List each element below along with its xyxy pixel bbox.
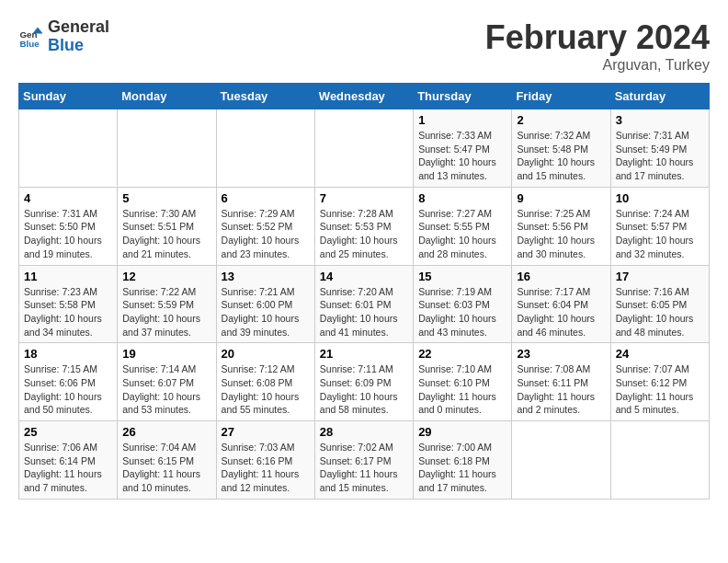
day-number: 21: [320, 347, 408, 361]
day-info: Sunrise: 7:28 AM Sunset: 5:53 PM Dayligh…: [320, 207, 408, 261]
calendar-cell: [118, 109, 216, 188]
header-thursday: Thursday: [414, 84, 512, 109]
day-number: 24: [616, 347, 704, 361]
day-info: Sunrise: 7:07 AM Sunset: 6:12 PM Dayligh…: [616, 362, 704, 417]
week-row-0: 1Sunrise: 7:33 AM Sunset: 5:47 PM Daylig…: [19, 109, 710, 188]
calendar-cell: 13Sunrise: 7:21 AM Sunset: 6:00 PM Dayli…: [216, 265, 314, 343]
calendar-cell: [512, 421, 610, 500]
day-number: 17: [616, 270, 704, 283]
day-info: Sunrise: 7:25 AM Sunset: 5:56 PM Dayligh…: [517, 207, 605, 261]
calendar-title: February 2024: [485, 18, 710, 57]
day-number: 7: [320, 191, 408, 205]
day-number: 28: [320, 425, 408, 439]
calendar-cell: [610, 421, 709, 500]
calendar-cell: 10Sunrise: 7:24 AM Sunset: 5:57 PM Dayli…: [610, 187, 709, 265]
day-info: Sunrise: 7:20 AM Sunset: 6:01 PM Dayligh…: [320, 285, 408, 339]
calendar-cell: 25Sunrise: 7:06 AM Sunset: 6:14 PM Dayli…: [19, 421, 118, 500]
day-number: 5: [122, 191, 210, 205]
day-info: Sunrise: 7:30 AM Sunset: 5:51 PM Dayligh…: [122, 207, 210, 261]
calendar-cell: 16Sunrise: 7:17 AM Sunset: 6:04 PM Dayli…: [512, 265, 610, 343]
day-info: Sunrise: 7:14 AM Sunset: 6:07 PM Dayligh…: [122, 362, 210, 417]
day-number: 4: [24, 191, 112, 205]
day-number: 12: [122, 270, 210, 283]
day-info: Sunrise: 7:23 AM Sunset: 5:58 PM Dayligh…: [24, 285, 112, 339]
day-info: Sunrise: 7:27 AM Sunset: 5:55 PM Dayligh…: [418, 207, 506, 261]
day-number: 15: [418, 270, 506, 283]
day-info: Sunrise: 7:16 AM Sunset: 6:05 PM Dayligh…: [616, 285, 704, 339]
calendar-cell: 3Sunrise: 7:31 AM Sunset: 5:49 PM Daylig…: [610, 109, 709, 188]
calendar-cell: 15Sunrise: 7:19 AM Sunset: 6:03 PM Dayli…: [414, 265, 512, 343]
day-number: 16: [517, 270, 605, 283]
day-number: 10: [616, 191, 704, 205]
header-saturday: Saturday: [610, 84, 709, 109]
day-info: Sunrise: 7:31 AM Sunset: 5:49 PM Dayligh…: [616, 129, 704, 183]
day-info: Sunrise: 7:19 AM Sunset: 6:03 PM Dayligh…: [418, 285, 506, 339]
day-number: 9: [517, 191, 605, 205]
calendar-cell: 12Sunrise: 7:22 AM Sunset: 5:59 PM Dayli…: [118, 265, 216, 343]
day-info: Sunrise: 7:12 AM Sunset: 6:08 PM Dayligh…: [222, 362, 310, 417]
day-number: 26: [122, 425, 210, 439]
day-info: Sunrise: 7:08 AM Sunset: 6:11 PM Dayligh…: [517, 362, 605, 417]
day-number: 8: [418, 191, 506, 205]
day-info: Sunrise: 7:29 AM Sunset: 5:52 PM Dayligh…: [222, 207, 310, 261]
calendar-cell: 20Sunrise: 7:12 AM Sunset: 6:08 PM Dayli…: [216, 343, 314, 421]
day-info: Sunrise: 7:24 AM Sunset: 5:57 PM Dayligh…: [616, 207, 704, 261]
day-number: 20: [222, 347, 310, 361]
day-info: Sunrise: 7:21 AM Sunset: 6:00 PM Dayligh…: [222, 285, 310, 339]
week-row-3: 18Sunrise: 7:15 AM Sunset: 6:06 PM Dayli…: [19, 343, 710, 421]
day-number: 25: [24, 425, 112, 439]
day-number: 22: [418, 347, 506, 361]
calendar-cell: 7Sunrise: 7:28 AM Sunset: 5:53 PM Daylig…: [314, 187, 413, 265]
week-row-1: 4Sunrise: 7:31 AM Sunset: 5:50 PM Daylig…: [19, 187, 710, 265]
day-number: 13: [222, 270, 310, 283]
calendar-header-row: SundayMondayTuesdayWednesdayThursdayFrid…: [19, 84, 710, 109]
calendar-cell: 22Sunrise: 7:10 AM Sunset: 6:10 PM Dayli…: [414, 343, 512, 421]
day-info: Sunrise: 7:11 AM Sunset: 6:09 PM Dayligh…: [320, 362, 408, 417]
day-info: Sunrise: 7:32 AM Sunset: 5:48 PM Dayligh…: [517, 129, 605, 183]
day-info: Sunrise: 7:31 AM Sunset: 5:50 PM Dayligh…: [24, 207, 112, 261]
calendar-cell: 19Sunrise: 7:14 AM Sunset: 6:07 PM Dayli…: [118, 343, 216, 421]
calendar-cell: [19, 109, 118, 188]
day-info: Sunrise: 7:00 AM Sunset: 6:18 PM Dayligh…: [418, 441, 506, 495]
day-info: Sunrise: 7:17 AM Sunset: 6:04 PM Dayligh…: [517, 285, 605, 339]
day-info: Sunrise: 7:06 AM Sunset: 6:14 PM Dayligh…: [24, 441, 112, 495]
calendar-cell: 29Sunrise: 7:00 AM Sunset: 6:18 PM Dayli…: [414, 421, 512, 500]
calendar-cell: 8Sunrise: 7:27 AM Sunset: 5:55 PM Daylig…: [414, 187, 512, 265]
calendar-cell: [314, 109, 413, 188]
logo: Gen Blue General Blue: [18, 18, 109, 55]
calendar-subtitle: Arguvan, Turkey: [485, 57, 710, 74]
week-row-2: 11Sunrise: 7:23 AM Sunset: 5:58 PM Dayli…: [19, 265, 710, 343]
calendar-cell: 2Sunrise: 7:32 AM Sunset: 5:48 PM Daylig…: [512, 109, 610, 188]
day-info: Sunrise: 7:04 AM Sunset: 6:15 PM Dayligh…: [122, 441, 210, 495]
day-info: Sunrise: 7:02 AM Sunset: 6:17 PM Dayligh…: [320, 441, 408, 495]
day-number: 18: [24, 347, 112, 361]
calendar-cell: [216, 109, 314, 188]
title-block: February 2024 Arguvan, Turkey: [485, 18, 710, 74]
day-number: 1: [418, 113, 506, 127]
calendar-cell: 1Sunrise: 7:33 AM Sunset: 5:47 PM Daylig…: [414, 109, 512, 188]
week-row-4: 25Sunrise: 7:06 AM Sunset: 6:14 PM Dayli…: [19, 421, 710, 500]
page-header: Gen Blue General Blue February 2024 Argu…: [18, 18, 710, 74]
calendar-cell: 6Sunrise: 7:29 AM Sunset: 5:52 PM Daylig…: [216, 187, 314, 265]
calendar-cell: 18Sunrise: 7:15 AM Sunset: 6:06 PM Dayli…: [19, 343, 118, 421]
day-number: 3: [616, 113, 704, 127]
calendar-cell: 11Sunrise: 7:23 AM Sunset: 5:58 PM Dayli…: [19, 265, 118, 343]
calendar-cell: 24Sunrise: 7:07 AM Sunset: 6:12 PM Dayli…: [610, 343, 709, 421]
day-number: 29: [418, 425, 506, 439]
calendar-cell: 21Sunrise: 7:11 AM Sunset: 6:09 PM Dayli…: [314, 343, 413, 421]
day-number: 23: [517, 347, 605, 361]
calendar-cell: 26Sunrise: 7:04 AM Sunset: 6:15 PM Dayli…: [118, 421, 216, 500]
calendar-cell: 14Sunrise: 7:20 AM Sunset: 6:01 PM Dayli…: [314, 265, 413, 343]
day-number: 2: [517, 113, 605, 127]
day-info: Sunrise: 7:10 AM Sunset: 6:10 PM Dayligh…: [418, 362, 506, 417]
calendar-cell: 9Sunrise: 7:25 AM Sunset: 5:56 PM Daylig…: [512, 187, 610, 265]
day-number: 6: [222, 191, 310, 205]
logo-general: General: [48, 18, 109, 37]
header-tuesday: Tuesday: [216, 84, 314, 109]
calendar-cell: 17Sunrise: 7:16 AM Sunset: 6:05 PM Dayli…: [610, 265, 709, 343]
header-sunday: Sunday: [19, 84, 118, 109]
calendar-cell: 5Sunrise: 7:30 AM Sunset: 5:51 PM Daylig…: [118, 187, 216, 265]
svg-text:Blue: Blue: [19, 39, 40, 49]
day-number: 27: [222, 425, 310, 439]
logo-blue: Blue: [48, 37, 109, 55]
